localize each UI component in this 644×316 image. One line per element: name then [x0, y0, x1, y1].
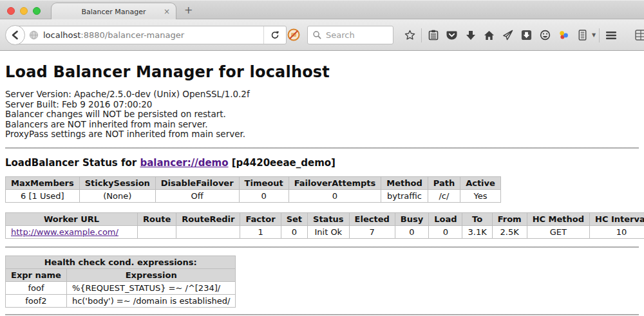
globe-icon — [29, 30, 39, 40]
cell-from: 2.5K — [492, 225, 527, 238]
new-tab-button[interactable]: + — [184, 4, 193, 16]
download-button[interactable] — [461, 26, 480, 44]
clipper-button[interactable] — [573, 26, 592, 44]
clipper-icon — [578, 30, 587, 41]
col-failoverattempts: FailoverAttempts — [289, 176, 381, 189]
cell-expression: %{REQUEST_STATUS} =~ /^[234]/ — [66, 281, 236, 294]
server-built-line: Server Built: Feb 9 2016 07:00:20 — [5, 100, 639, 110]
tab-close-icon[interactable]: × — [164, 7, 170, 16]
pocket-icon — [446, 30, 457, 41]
cell-busy: 0 — [395, 225, 428, 238]
browser-window: Balancer Manager × + localhost:8880/bala… — [0, 0, 644, 316]
proxypass-notice-line: ProxyPass settings are NOT inherited fro… — [5, 129, 639, 140]
reload-button[interactable] — [263, 26, 286, 44]
col-expr-name: Expr name — [6, 268, 67, 281]
reading-list-button[interactable] — [424, 26, 442, 44]
toolbar-icon-strip: ▼ — [401, 26, 644, 44]
smiley-icon — [540, 30, 551, 41]
search-bar[interactable]: Search — [307, 26, 393, 44]
pocket-button[interactable] — [442, 26, 461, 44]
col-maxmembers: MaxMembers — [6, 176, 80, 189]
tab-balancer-manager[interactable]: Balancer Manager × — [51, 3, 176, 20]
cell-disablefailover: Off — [155, 189, 239, 202]
cell-stickysession: (None) — [79, 189, 155, 202]
persist-notice-line: Balancer changes will NOT be persisted o… — [5, 109, 639, 120]
tab-grid-button[interactable] — [631, 26, 644, 44]
server-version-line: Server Version: Apache/2.5.0-dev (Unix) … — [5, 89, 639, 100]
cell-routeredir — [176, 225, 240, 238]
health-check-table: Health check cond. expressions: Expr nam… — [5, 256, 236, 308]
content-block-icon — [287, 28, 300, 41]
content-block-button[interactable] — [287, 28, 300, 44]
url-text[interactable]: localhost:8880/balancer-manager — [43, 30, 263, 40]
table-row: 6 [1 Used] (None) Off 0 0 bytraffic /c/ … — [6, 189, 501, 202]
col-hc-method: HC Method — [527, 212, 589, 225]
table-header-row: Worker URL Route RouteRedir Factor Set S… — [6, 212, 644, 225]
col-load: Load — [429, 212, 462, 225]
col-timeout: Timeout — [239, 176, 289, 189]
cell-expr-name: foof2 — [6, 294, 67, 307]
cell-to: 3.1K — [462, 225, 492, 238]
col-disablefailover: DisableFailover — [155, 176, 239, 189]
url-bar[interactable]: localhost:8880/balancer-manager — [15, 26, 287, 44]
col-expression: Expression — [66, 268, 236, 281]
worker-table: Worker URL Route RouteRedir Factor Set S… — [5, 212, 644, 239]
balancer-link[interactable]: balancer://demo — [140, 157, 228, 169]
cell-factor: 1 — [240, 225, 281, 238]
cell-method: bytraffic — [381, 189, 428, 202]
heading-suffix: [p4420eeae_demo] — [229, 157, 336, 169]
col-set: Set — [281, 212, 307, 225]
table-header-row: MaxMembers StickySession DisableFailover… — [6, 176, 501, 189]
page-content: Load Balancer Manager for localhost Serv… — [0, 51, 644, 316]
close-window-button[interactable] — [7, 7, 15, 15]
col-elected: Elected — [349, 212, 395, 225]
col-worker-url: Worker URL — [6, 212, 138, 225]
navigation-toolbar: localhost:8880/balancer-manager Search — [0, 19, 644, 51]
col-active: Active — [460, 176, 501, 189]
cell-active: Yes — [460, 189, 501, 202]
cell-path: /c/ — [428, 189, 460, 202]
tab-bar: Balancer Manager × + — [0, 0, 644, 19]
cell-set: 0 — [281, 225, 307, 238]
divider — [5, 147, 639, 149]
minimize-window-button[interactable] — [20, 7, 28, 15]
cell-route — [138, 225, 176, 238]
home-button[interactable] — [480, 26, 498, 44]
reload-icon — [270, 30, 279, 40]
worker-row: http://www.example.com/ 1 0 Init Ok 7 0 … — [6, 225, 644, 238]
download-icon — [466, 30, 476, 41]
url-host: localhost — [43, 30, 80, 40]
back-button[interactable] — [5, 25, 25, 45]
cell-load: 0 — [429, 225, 462, 238]
worker-url-link[interactable]: http://www.example.com/ — [11, 227, 118, 237]
bookmark-star-button[interactable] — [401, 26, 419, 44]
col-routeredir: RouteRedir — [176, 212, 240, 225]
colored-dots-icon — [558, 30, 569, 41]
back-arrow-icon — [10, 30, 20, 40]
col-method: Method — [381, 176, 428, 189]
col-stickysession: StickySession — [79, 176, 155, 189]
col-status: Status — [308, 212, 350, 225]
table-header-row: Expr name Expression — [6, 268, 236, 281]
cell-expr-name: foof — [6, 281, 67, 294]
save-panel-button[interactable] — [517, 26, 536, 44]
save-panel-icon — [521, 30, 532, 41]
search-placeholder: Search — [326, 30, 355, 40]
toolbar-separator — [599, 28, 600, 42]
inherit-notice-line: Balancers are NOT inherited from main se… — [5, 120, 639, 130]
feedback-button[interactable] — [536, 26, 554, 44]
extension-dots-button[interactable] — [554, 26, 573, 44]
menu-button[interactable] — [601, 26, 620, 44]
divider — [5, 314, 639, 315]
send-button[interactable] — [498, 26, 517, 44]
health-expr-row: foof2 hc('body') =~ /domain is establish… — [6, 294, 236, 307]
col-from: From — [492, 212, 527, 225]
col-path: Path — [428, 176, 460, 189]
tab-grid-icon — [635, 30, 644, 41]
health-table-title: Health check cond. expressions: — [6, 256, 236, 268]
search-icon — [313, 31, 321, 39]
cell-maxmembers: 6 [1 Used] — [6, 189, 80, 202]
health-expr-row: foof %{REQUEST_STATUS} =~ /^[234]/ — [6, 281, 236, 294]
clipper-dropdown-caret-icon[interactable]: ▼ — [592, 32, 596, 38]
zoom-window-button[interactable] — [33, 7, 41, 15]
